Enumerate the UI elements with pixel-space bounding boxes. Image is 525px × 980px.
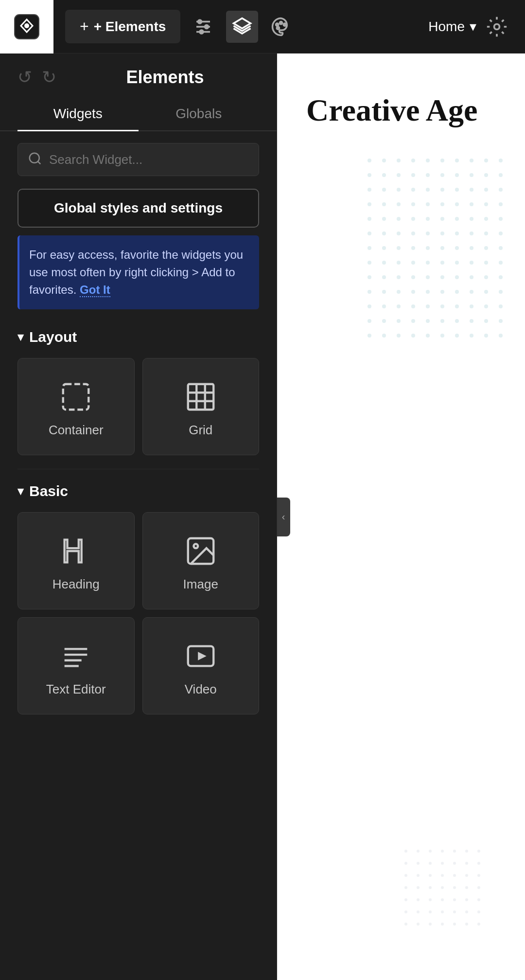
svg-line-15	[38, 161, 40, 164]
svg-point-120	[368, 290, 371, 294]
svg-point-77	[470, 217, 473, 221]
svg-point-7	[200, 30, 203, 34]
svg-point-195	[404, 910, 407, 913]
svg-point-69	[499, 202, 503, 206]
widget-card-grid[interactable]: Grid	[142, 358, 260, 455]
widget-card-image[interactable]: Image	[142, 512, 260, 609]
svg-point-145	[440, 319, 444, 323]
svg-point-12	[284, 23, 286, 26]
svg-point-11	[280, 21, 282, 24]
svg-point-186	[465, 886, 468, 889]
svg-point-127	[470, 290, 473, 294]
svg-point-151	[382, 334, 386, 338]
svg-marker-29	[198, 652, 207, 660]
svg-point-40	[368, 173, 371, 177]
got-it-link[interactable]: Got It	[80, 283, 110, 297]
sliders-icon	[193, 17, 213, 37]
svg-point-201	[477, 910, 480, 913]
svg-point-150	[368, 334, 371, 338]
tab-globals[interactable]: Globals	[139, 97, 260, 130]
svg-point-108	[484, 261, 488, 265]
svg-point-179	[465, 874, 468, 877]
svg-point-104	[426, 261, 430, 265]
svg-point-202	[404, 923, 407, 926]
svg-point-190	[429, 898, 432, 901]
redo-button[interactable]: ↻	[42, 67, 56, 88]
undo-button[interactable]: ↺	[18, 67, 32, 88]
section-basic-header: ▾ Basic	[0, 473, 277, 507]
svg-point-58	[484, 188, 488, 192]
sliders-button[interactable]	[187, 11, 219, 43]
svg-point-123	[411, 290, 415, 294]
svg-point-121	[382, 290, 386, 294]
svg-point-189	[417, 898, 420, 901]
svg-rect-16	[63, 384, 89, 410]
svg-point-74	[426, 217, 430, 221]
add-elements-button[interactable]: + + Elements	[65, 10, 180, 43]
widget-card-text-editor[interactable]: Text Editor	[18, 617, 135, 714]
svg-point-188	[404, 898, 407, 901]
home-label: Home	[428, 19, 465, 35]
svg-point-92	[397, 246, 401, 250]
svg-point-140	[368, 319, 371, 323]
svg-point-102	[397, 261, 401, 265]
svg-point-177	[441, 874, 444, 877]
svg-point-39	[499, 159, 503, 162]
svg-point-143	[411, 319, 415, 323]
svg-point-32	[397, 159, 401, 162]
svg-point-68	[484, 202, 488, 206]
svg-point-35	[440, 159, 444, 162]
svg-point-176	[429, 874, 432, 877]
svg-point-130	[368, 304, 371, 308]
svg-point-139	[499, 304, 503, 308]
basic-widget-grid: Heading Image	[0, 507, 277, 724]
widget-card-video[interactable]: Video	[142, 617, 260, 714]
plus-icon: +	[80, 18, 89, 36]
svg-point-6	[205, 25, 209, 28]
svg-point-61	[382, 202, 386, 206]
search-input[interactable]	[49, 152, 249, 167]
global-styles-button[interactable]: Global styles and settings	[18, 189, 259, 228]
svg-point-62	[397, 202, 401, 206]
svg-point-129	[499, 290, 503, 294]
search-container	[0, 131, 277, 184]
svg-point-33	[411, 159, 415, 162]
svg-point-50	[368, 188, 371, 192]
svg-point-119	[499, 275, 503, 279]
svg-point-158	[484, 334, 488, 338]
palette-button[interactable]	[265, 11, 297, 43]
svg-point-49	[499, 173, 503, 177]
svg-point-76	[455, 217, 459, 221]
svg-point-137	[470, 304, 473, 308]
svg-point-111	[382, 275, 386, 279]
svg-point-85	[440, 232, 444, 235]
tab-widgets[interactable]: Widgets	[18, 97, 139, 130]
svg-point-79	[499, 217, 503, 221]
home-button[interactable]: Home ▾	[428, 18, 476, 35]
svg-point-107	[470, 261, 473, 265]
search-box	[18, 143, 259, 176]
svg-point-184	[441, 886, 444, 889]
svg-point-88	[484, 232, 488, 235]
svg-point-37	[470, 159, 473, 162]
svg-point-165	[465, 850, 468, 853]
svg-point-23	[193, 544, 198, 548]
svg-point-185	[453, 886, 456, 889]
sidebar-collapse-handle[interactable]: ‹	[277, 498, 290, 536]
svg-point-147	[470, 319, 473, 323]
layers-button[interactable]	[226, 11, 258, 43]
svg-point-48	[484, 173, 488, 177]
svg-point-206	[453, 923, 456, 926]
svg-point-51	[382, 188, 386, 192]
svg-point-105	[440, 261, 444, 265]
widget-card-container[interactable]: Container	[18, 358, 135, 455]
svg-point-72	[397, 217, 401, 221]
svg-point-166	[477, 850, 480, 853]
svg-point-101	[382, 261, 386, 265]
svg-point-208	[477, 923, 480, 926]
logo-box[interactable]	[0, 0, 53, 53]
settings-button[interactable]	[486, 16, 508, 37]
widget-card-heading[interactable]: Heading	[18, 512, 135, 609]
canvas-area: Creative Age	[277, 53, 525, 980]
svg-point-161	[417, 850, 420, 853]
